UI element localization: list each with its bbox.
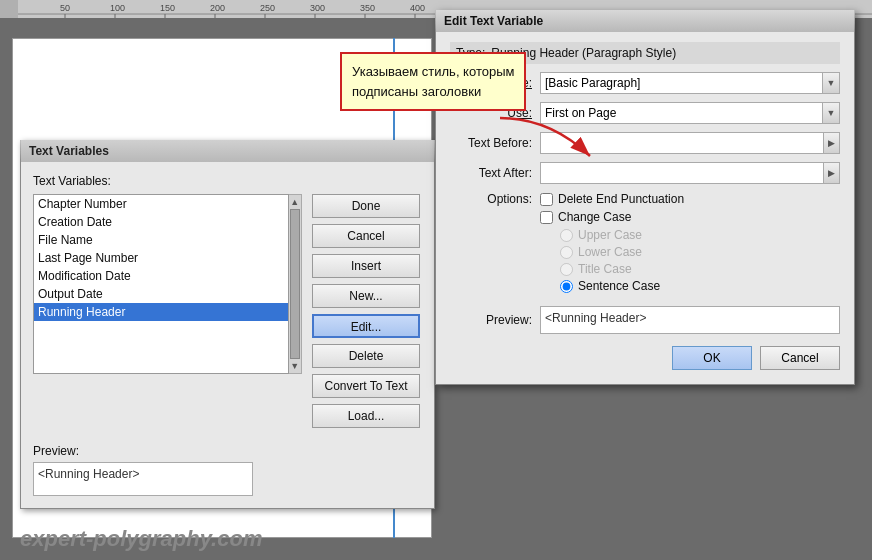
edit-preview-row: Preview: <Running Header>	[450, 306, 840, 334]
done-button[interactable]: Done	[312, 194, 420, 218]
svg-text:250: 250	[260, 3, 275, 13]
title-case-label: Title Case	[578, 262, 632, 276]
sentence-case-label: Sentence Case	[578, 279, 660, 293]
tv-list-item[interactable]: File Name	[34, 231, 288, 249]
tv-list-scroll-down[interactable]: ▼	[290, 361, 299, 371]
convert-to-text-button[interactable]: Convert To Text	[312, 374, 420, 398]
options-content: Delete End Punctuation Change Case Upper…	[540, 192, 684, 296]
tv-list-scroll-up[interactable]: ▲	[290, 197, 299, 207]
svg-text:200: 200	[210, 3, 225, 13]
tv-dialog-title: Text Variables	[29, 144, 109, 158]
title-case-radio[interactable]	[560, 263, 573, 276]
edit-cancel-button[interactable]: Cancel	[760, 346, 840, 370]
new-button[interactable]: New...	[312, 284, 420, 308]
sentence-case-radio[interactable]	[560, 280, 573, 293]
tv-list[interactable]: Chapter NumberCreation DateFile NameLast…	[33, 194, 289, 374]
style-select-wrapper: [Basic Paragraph]Heading 1Heading 2 ▼	[540, 72, 840, 94]
load-button[interactable]: Load...	[312, 404, 420, 428]
tv-list-item[interactable]: Modification Date	[34, 267, 288, 285]
edit-preview-box: <Running Header>	[540, 306, 840, 334]
tv-preview-box: <Running Header>	[33, 462, 253, 496]
ok-button[interactable]: OK	[672, 346, 752, 370]
tv-list-scrollbar-thumb[interactable]	[290, 209, 300, 359]
text-after-arrow[interactable]: ▶	[824, 162, 840, 184]
edit-tv-titlebar: Edit Text Variable	[436, 10, 854, 32]
change-case-label: Change Case	[558, 210, 631, 224]
delete-end-punctuation-row: Delete End Punctuation	[540, 192, 684, 206]
svg-text:150: 150	[160, 3, 175, 13]
svg-text:400: 400	[410, 3, 425, 13]
callout-box: Указываем стиль, которым подписаны загол…	[340, 52, 526, 111]
tv-list-item[interactable]: Creation Date	[34, 213, 288, 231]
delete-end-punctuation-checkbox[interactable]	[540, 193, 553, 206]
text-variables-dialog: Text Variables Text Variables: Chapter N…	[20, 140, 435, 509]
red-arrow	[490, 108, 610, 168]
edit-tv-title: Edit Text Variable	[444, 14, 543, 28]
edit-preview-label: Preview:	[450, 313, 540, 327]
svg-rect-1	[0, 0, 18, 18]
watermark: expert-polygraphy.com	[20, 526, 262, 552]
svg-text:300: 300	[310, 3, 325, 13]
style-select[interactable]: [Basic Paragraph]Heading 1Heading 2	[540, 72, 840, 94]
svg-text:50: 50	[60, 3, 70, 13]
type-value: Running Header (Paragraph Style)	[491, 46, 834, 60]
text-after-label: Text After:	[450, 166, 540, 180]
lower-case-row: Lower Case	[560, 245, 684, 259]
sentence-case-row: Sentence Case	[560, 279, 684, 293]
options-label: Options:	[450, 192, 540, 206]
options-row: Options: Delete End Punctuation Change C…	[450, 192, 840, 296]
lower-case-label: Lower Case	[578, 245, 642, 259]
delete-button[interactable]: Delete	[312, 344, 420, 368]
tv-list-item[interactable]: Last Page Number	[34, 249, 288, 267]
radio-group: Upper Case Lower Case Title Case Sentenc…	[560, 228, 684, 293]
tv-list-item[interactable]: Running Header	[34, 303, 288, 321]
change-case-row: Change Case	[540, 210, 684, 224]
insert-button[interactable]: Insert	[312, 254, 420, 278]
change-case-checkbox[interactable]	[540, 211, 553, 224]
callout-text2: подписаны заголовки	[352, 84, 481, 99]
delete-end-punctuation-label: Delete End Punctuation	[558, 192, 684, 206]
tv-label: Text Variables:	[33, 174, 422, 188]
tv-preview-label: Preview:	[33, 444, 422, 458]
upper-case-row: Upper Case	[560, 228, 684, 242]
lower-case-radio[interactable]	[560, 246, 573, 259]
cancel-button[interactable]: Cancel	[312, 224, 420, 248]
tv-list-item[interactable]: Output Date	[34, 285, 288, 303]
upper-case-label: Upper Case	[578, 228, 642, 242]
svg-text:350: 350	[360, 3, 375, 13]
text-variables-titlebar: Text Variables	[21, 140, 434, 162]
callout-text: Указываем стиль, которым	[352, 64, 514, 79]
edit-button[interactable]: Edit...	[312, 314, 420, 338]
tv-list-item[interactable]: Chapter Number	[34, 195, 288, 213]
title-case-row: Title Case	[560, 262, 684, 276]
tv-buttons: Done Cancel Insert New... Edit... Delete…	[312, 194, 422, 428]
svg-text:100: 100	[110, 3, 125, 13]
edit-dialog-buttons: OK Cancel	[450, 346, 840, 370]
upper-case-radio[interactable]	[560, 229, 573, 242]
text-before-arrow[interactable]: ▶	[824, 132, 840, 154]
